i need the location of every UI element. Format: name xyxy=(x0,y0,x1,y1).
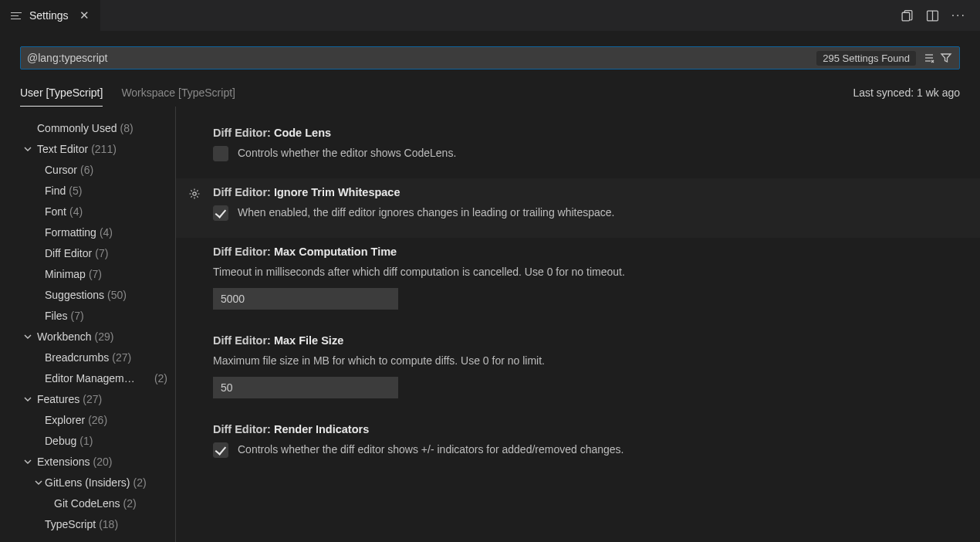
setting-title: Diff Editor: Ignore Trim Whitespace xyxy=(213,186,957,198)
tree-font[interactable]: Font(4) xyxy=(0,201,175,222)
tab-settings[interactable]: Settings ✕ xyxy=(0,0,100,31)
chevron-down-icon xyxy=(22,457,34,466)
tree-diff-editor[interactable]: Diff Editor(7) xyxy=(0,242,175,263)
setting-description: Controls whether the editor shows CodeLe… xyxy=(238,145,456,161)
checkbox[interactable] xyxy=(213,146,228,161)
tree-formatting[interactable]: Formatting(4) xyxy=(0,222,175,242)
scope-tab-workspace[interactable]: Workspace [TypeScript] xyxy=(121,80,235,106)
setting-title: Diff Editor: Max Computation Time xyxy=(213,246,957,258)
settings-list: Diff Editor: Code Lens Controls whether … xyxy=(176,107,980,542)
setting-title: Diff Editor: Max File Size xyxy=(213,334,957,347)
setting-title: Diff Editor: Code Lens xyxy=(213,127,957,139)
tree-cursor[interactable]: Cursor(6) xyxy=(0,159,175,180)
setting-diffeditor-render-indicators: Diff Editor: Render Indicators Controls … xyxy=(176,415,980,475)
checkbox[interactable] xyxy=(213,205,228,221)
tree-extensions[interactable]: Extensions(20) xyxy=(0,451,175,472)
checkbox[interactable] xyxy=(213,442,228,458)
setting-description: When enabled, the diff editor ignores ch… xyxy=(238,205,615,221)
setting-description: Controls whether the diff editor shows +… xyxy=(238,442,624,458)
tree-text-editor[interactable]: Text Editor (211) xyxy=(0,138,175,159)
setting-diffeditor-codelens: Diff Editor: Code Lens Controls whether … xyxy=(176,119,980,178)
tree-suggestions[interactable]: Suggestions(50) xyxy=(0,284,175,305)
sync-status: Last synced: 1 wk ago xyxy=(853,86,960,106)
settings-search-row: 295 Settings Found xyxy=(0,31,980,80)
tab-title: Settings xyxy=(29,9,69,22)
settings-tree: Commonly Used (8) Text Editor (211) Curs… xyxy=(0,107,176,542)
tree-minimap[interactable]: Minimap(7) xyxy=(0,263,175,284)
tree-files[interactable]: Files(7) xyxy=(0,305,175,326)
settings-search-box: 295 Settings Found xyxy=(20,46,960,69)
chevron-down-icon xyxy=(22,395,34,404)
svg-rect-0 xyxy=(902,12,910,21)
scope-tab-user[interactable]: User [TypeScript] xyxy=(20,80,103,107)
chevron-down-icon xyxy=(22,144,34,154)
tree-find[interactable]: Find(5) xyxy=(0,180,175,201)
tree-gitlens[interactable]: GitLens (Insiders)(2) xyxy=(0,472,175,493)
more-actions-icon[interactable]: ··· xyxy=(951,8,966,22)
number-input[interactable] xyxy=(213,288,398,310)
setting-diffeditor-ignore-trim-whitespace: Diff Editor: Ignore Trim Whitespace When… xyxy=(176,178,980,238)
settings-found-count: 295 Settings Found xyxy=(816,51,916,66)
editor-tabbar: Settings ✕ ··· xyxy=(0,0,980,31)
title-actions: ··· xyxy=(901,0,974,31)
tree-features[interactable]: Features(27) xyxy=(0,388,175,409)
setting-diffeditor-max-computation-time: Diff Editor: Max Computation Time Timeou… xyxy=(176,238,980,327)
filter-icon[interactable] xyxy=(938,49,955,66)
tree-commonly-used[interactable]: Commonly Used (8) xyxy=(0,117,175,138)
settings-scope-tabs: User [TypeScript] Workspace [TypeScript]… xyxy=(0,80,980,107)
gear-icon[interactable] xyxy=(188,188,201,200)
tree-debug[interactable]: Debug(1) xyxy=(0,430,175,451)
tree-breadcrumbs[interactable]: Breadcrumbs(27) xyxy=(0,347,175,368)
svg-point-8 xyxy=(193,192,196,195)
tree-typescript[interactable]: TypeScript(18) xyxy=(0,513,175,534)
chevron-down-icon xyxy=(22,332,34,341)
close-icon[interactable]: ✕ xyxy=(79,8,90,22)
setting-title: Diff Editor: Render Indicators xyxy=(213,423,957,435)
settings-search-input[interactable] xyxy=(27,52,816,64)
chevron-down-icon xyxy=(32,478,45,487)
tree-workbench[interactable]: Workbench(29) xyxy=(0,326,175,347)
split-editor-icon[interactable] xyxy=(926,9,939,22)
open-settings-json-icon[interactable] xyxy=(901,9,914,22)
setting-diffeditor-max-file-size: Diff Editor: Max File Size Maximum file … xyxy=(176,327,980,415)
settings-icon xyxy=(11,12,23,19)
number-input[interactable] xyxy=(213,377,398,398)
tree-editor-management[interactable]: Editor Managem…(2) xyxy=(0,368,175,388)
setting-description: Maximum file size in MB for which to com… xyxy=(213,353,957,369)
clear-search-icon[interactable] xyxy=(921,49,938,66)
tree-explorer[interactable]: Explorer(26) xyxy=(0,409,175,430)
setting-description: Timeout in milliseconds after which diff… xyxy=(213,264,957,280)
tree-git-codelens[interactable]: Git CodeLens(2) xyxy=(0,493,175,513)
